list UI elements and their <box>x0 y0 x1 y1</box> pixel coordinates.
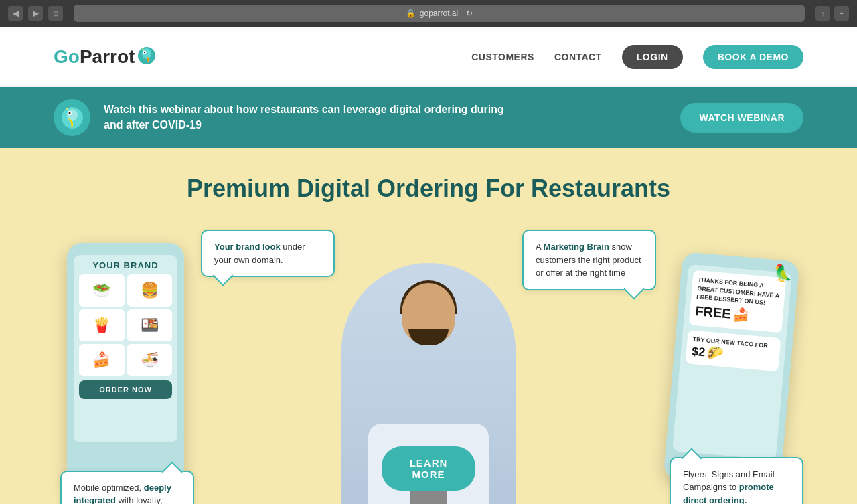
watch-webinar-button[interactable]: WATCH WEBINAR <box>680 103 803 133</box>
callout-marketing-text: A Marketing Brain show customers the rig… <box>536 242 641 278</box>
callout-flyers-bold: promote direct ordering. <box>683 482 774 504</box>
nav-links: CUSTOMERS CONTACT LOGIN BOOK A DEMO <box>471 45 803 69</box>
svg-point-7 <box>68 112 70 114</box>
person-beard <box>408 329 449 345</box>
phone-screen-right: 🦜 THANKS FOR BEING A GREAT CUSTOMER! HAV… <box>672 264 792 460</box>
callout-mobile: Mobile optimized, deeply integrated with… <box>60 471 194 505</box>
phone-free-label: FREE <box>695 303 732 321</box>
callout-marketing-bold: Marketing Brain <box>544 242 609 252</box>
phone-item-5: 🍰 <box>79 344 125 376</box>
logo-parrot: Parrot <box>80 46 135 68</box>
phone-grid: 🥗 🍔 🍟 🍱 🍰 🍜 <box>79 274 172 376</box>
phone-taco-box: TRY OUR NEW TACO FOR $2 🌮 <box>686 330 781 371</box>
callout-mobile-text: Mobile optimized, deeply integrated with… <box>74 483 171 505</box>
phone-brand-label: YOUR BRAND <box>79 260 172 270</box>
customers-link[interactable]: CUSTOMERS <box>471 52 534 62</box>
url-text: goparrot.ai <box>420 9 458 18</box>
lock-icon: 🔒 <box>406 9 416 18</box>
phone-screen-left: YOUR BRAND 🥗 🍔 🍟 🍱 🍰 🍜 ORDER NOW <box>74 255 177 442</box>
hero-section: Premium Digital Ordering For Restaurants… <box>0 148 857 504</box>
svg-point-5 <box>67 109 78 121</box>
new-tab-button[interactable]: + <box>834 6 849 21</box>
phone-item-1: 🥗 <box>79 274 125 307</box>
phone-mockup-left: YOUR BRAND 🥗 🍔 🍟 🍱 🍰 🍜 ORDER NOW <box>67 243 184 497</box>
hero-title: Premium Digital Ordering For Restaurants <box>40 175 817 203</box>
parrot-mascot-icon: 🦜 <box>773 263 794 284</box>
phone-item-6: 🍜 <box>127 344 173 376</box>
callout-flyers-text: Flyers, Signs and Email Campaigns to pro… <box>683 469 775 505</box>
parrot-logo-icon <box>136 45 157 66</box>
banner-text: Watch this webinar about how restaurants… <box>104 102 505 133</box>
back-button[interactable]: ◀ <box>8 6 23 21</box>
address-bar[interactable]: 🔒 goparrot.ai ↻ <box>74 5 805 22</box>
learn-more-button[interactable]: LEARN MORE <box>382 446 475 491</box>
forward-button[interactable]: ▶ <box>28 6 43 21</box>
logo[interactable]: GoParrot <box>54 46 157 68</box>
website: GoParrot CUSTOMERS CONTACT LOGIN BOOK A … <box>0 27 857 504</box>
phone-mockup-right: 🦜 THANKS FOR BEING A GREAT CUSTOMER! HAV… <box>664 252 800 489</box>
book-demo-button[interactable]: BOOK A DEMO <box>703 45 803 69</box>
contact-link[interactable]: CONTACT <box>554 52 602 62</box>
browser-chrome: ◀ ▶ ⊡ 🔒 goparrot.ai ↻ ↑ + <box>0 0 857 27</box>
banner-parrot-icon <box>54 99 90 136</box>
tab-icon: ⊡ <box>48 6 63 21</box>
banner-left: Watch this webinar about how restaurants… <box>54 99 505 136</box>
phone-item-3: 🍟 <box>79 309 125 341</box>
svg-point-3 <box>144 51 145 52</box>
callout-marketing: A Marketing Brain show customers the rig… <box>522 230 656 290</box>
navbar: GoParrot CUSTOMERS CONTACT LOGIN BOOK A … <box>0 27 857 87</box>
phone-item-4: 🍱 <box>127 309 173 341</box>
login-button[interactable]: LOGIN <box>622 45 683 69</box>
hero-content: YOUR BRAND 🥗 🍔 🍟 🍱 🍰 🍜 ORDER NOW 🦜 <box>40 223 817 504</box>
reload-icon[interactable]: ↻ <box>466 9 473 18</box>
logo-go: Go <box>54 46 80 68</box>
webinar-banner: Watch this webinar about how restaurants… <box>0 87 857 148</box>
share-button[interactable]: ↑ <box>815 6 830 21</box>
callout-brand: Your brand look under your own domain. <box>201 230 335 277</box>
browser-actions: ↑ + <box>815 6 849 21</box>
callout-flyers: Flyers, Signs and Email Campaigns to pro… <box>670 457 803 505</box>
phone-promo-text: THANKS FOR BEING A GREAT CUSTOMER! HAVE … <box>696 276 779 306</box>
phone-promo-box: THANKS FOR BEING A GREAT CUSTOMER! HAVE … <box>689 270 787 333</box>
phone-taco-price: $2 <box>691 345 706 359</box>
phone-item-2: 🍔 <box>127 274 173 307</box>
phone-order-btn[interactable]: ORDER NOW <box>79 380 172 399</box>
callout-brand-bold: Your brand look <box>214 242 281 252</box>
hero-person: LEARN MORE <box>335 250 522 504</box>
callout-mobile-bold: deeply integrated <box>74 483 171 505</box>
